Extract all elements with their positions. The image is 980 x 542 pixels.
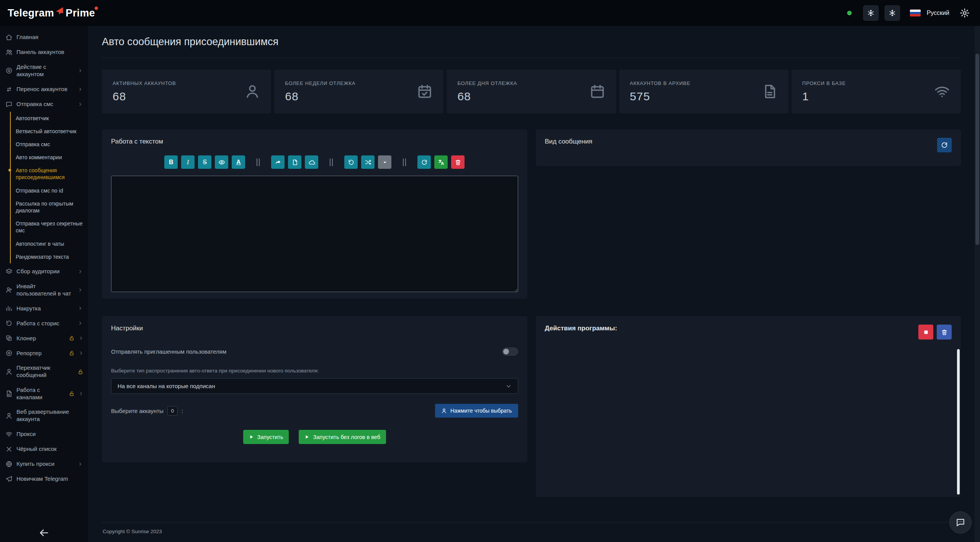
sidebar-nav: Главная Панель аккаунтов Действие с акка… [0,26,88,524]
strikethrough-button[interactable]: S [198,155,211,169]
sidebar-subitem-autoresponder[interactable]: Автоответчик [11,112,88,125]
sidebar-item-cloner[interactable]: Клонер [0,331,88,346]
lock-open-icon [69,391,75,397]
shuffle-button[interactable] [361,155,375,169]
sidebar-item-send-sms[interactable]: Отправка смс [0,97,88,112]
sidebar-item-boosting[interactable]: Накрутка [0,301,88,316]
panel-title: Работа с текстом [111,138,518,145]
subitem-label: Рассылка по открытым диалогам [16,201,73,214]
sidebar-bottom [0,524,88,542]
toolbar-separator [257,158,260,166]
main-content: Авто сообщения присоединившимся АКТИВНЫХ… [88,26,975,542]
sidebar-subitem-send-sms[interactable]: Отправка смс [11,138,88,151]
sidebar-item-label: Главная [16,34,74,41]
sidebar-subitem-secret-sms[interactable]: Отправка через секретные смс [11,217,88,237]
person-icon [5,412,13,420]
sidebar-item-account-actions[interactable]: Действие с аккаунтом [0,60,88,82]
language-selector[interactable]: Русский [927,10,949,16]
sidebar-subitem-auto-messages-joined[interactable]: Авто сообщения присоединившимся [11,164,88,184]
users-icon [5,49,13,56]
chevron-right-icon [78,68,83,73]
sidebar-item-accounts-panel[interactable]: Панель аккаунтов [0,45,88,60]
sidebar-item-buy-proxy[interactable]: Купить прокси [0,457,88,472]
page-scrollbar-thumb[interactable] [975,54,979,245]
sidebar-item-label: Перенос аккаунтов [16,86,74,93]
sidebar-item-reporter[interactable]: Репортер [0,346,88,361]
font-color-button[interactable]: A [232,155,245,169]
theme-toggle-button-2[interactable] [885,5,900,21]
sidebar-item-label: Клонер [16,335,64,342]
distribution-type-select[interactable]: На все каналы на которые подписан [111,378,518,394]
stat-value: 68 [457,90,517,103]
sidebar-item-label: Новичкам Telegram [16,475,74,483]
sidebar-item-stories[interactable]: Работа с сторис [0,316,88,331]
cloud-icon [308,159,315,166]
sidebar-subitem-branched-autoresponder[interactable]: Ветвистый автоответчик [11,125,88,138]
sidebar-subitem-text-randomizer[interactable]: Рандомизатор текста [11,250,88,263]
lock-open-icon [69,335,75,341]
sidebar-collapse-button[interactable] [38,527,50,539]
sidebar-item-transfer-accounts[interactable]: Перенос аккаунтов [0,82,88,97]
send-invited-toggle[interactable] [502,348,518,356]
share-button[interactable] [271,155,285,169]
brand-logo[interactable]: Telegram Prime [8,7,95,19]
paper-plane-icon [55,6,65,16]
online-status-dot [847,11,852,15]
sidebar-item-blacklist[interactable]: Чёрный список [0,442,88,457]
refresh-text-button[interactable] [417,155,431,169]
sidebar-item-channels[interactable]: Работа с каналами [0,383,88,405]
run-without-logs-label: Запустить без логов в веб [313,434,380,440]
stat-card-active-accounts: АКТИВНЫХ АККАУНТОВ 68 [102,70,271,113]
panel-title: Действия программы: [545,325,617,332]
log-scrollbar[interactable] [957,349,960,495]
choose-accounts-button[interactable]: Нажмите чтобы выбрать [435,404,518,418]
refresh-preview-button[interactable] [937,138,952,152]
app-root: Telegram Prime Русский Главная [0,0,980,542]
sidebar-subitem-send-sms-by-id[interactable]: Отправка смс по id [11,184,88,197]
clear-log-button[interactable] [937,325,952,340]
delete-text-button[interactable] [451,155,465,169]
cloud-button[interactable] [305,155,318,169]
sidebar-item-telegram-beginners[interactable]: Новичкам Telegram [0,472,88,486]
actions-buttons [918,325,952,340]
theme-toggle-button-1[interactable] [863,5,879,21]
calendar-icon [589,83,605,100]
preview-eye-button[interactable] [215,155,228,169]
sidebar-item-proxy[interactable]: Прокси [0,427,88,442]
sidebar-item-audience-collection[interactable]: Сбор аудитории [0,264,88,279]
send-invited-label: Отправлять приглашенным пользователям [111,348,226,355]
italic-button[interactable]: I [181,155,195,169]
stat-label: БОЛЕЕ НЕДЕЛИ ОТЛЕЖКА [285,80,355,86]
sidebar-subitem-auto-comments[interactable]: Авто комментарии [11,151,88,164]
run-button-label: Запустить [257,434,283,440]
sidebar-subitem-mailing-open-dialogs[interactable]: Рассылка по открытым диалогам [11,197,88,217]
chat-widget-button[interactable] [949,511,972,534]
stop-button[interactable] [918,325,933,340]
subitem-label: Отправка через секретные смс [16,220,83,233]
sidebar-item-home[interactable]: Главная [0,30,88,45]
sidebar-item-invite-users[interactable]: Инвайт пользователей в чат [0,279,88,301]
history-button[interactable] [344,155,358,169]
program-actions-panel: Действия программы: [536,316,961,497]
gear-icon[interactable] [959,8,970,18]
bold-button[interactable]: B [164,155,178,169]
stat-card-day-rest: БОЛЕЕ ДНЯ ОТЛЕЖКА 68 [447,70,616,113]
chevron-right-icon [78,287,83,292]
run-without-logs-button[interactable]: Запустить без логов в веб [299,430,386,444]
run-button[interactable]: Запустить [243,430,289,444]
sidebar-item-web-deploy[interactable]: Веб развертывание аккаунта [0,405,88,427]
chevron-right-icon [78,87,83,92]
sidebar-item-message-interceptor[interactable]: Перехватчик сообщений [0,361,88,383]
dropdown-button[interactable] [378,155,391,169]
sidebar-item-label: Сбор аудитории [16,268,74,275]
page-scrollbar[interactable] [975,26,980,542]
sidebar-subitem-autoposting-chats[interactable]: Автопостинг в чаты [11,237,88,250]
translate-button[interactable] [434,155,448,169]
paste-document-button[interactable] [288,155,301,169]
stat-label: АККАУНТОВ В АРХИВЕ [630,80,690,86]
distribution-type-label: Выберите тип распространения авто-ответа… [111,368,518,374]
message-text-input[interactable] [111,176,518,292]
sidebar-item-label: Действие с аккаунтом [16,64,74,78]
history-icon [5,320,13,327]
settings-panel: Настройки Отправлять приглашенным пользо… [102,316,527,462]
